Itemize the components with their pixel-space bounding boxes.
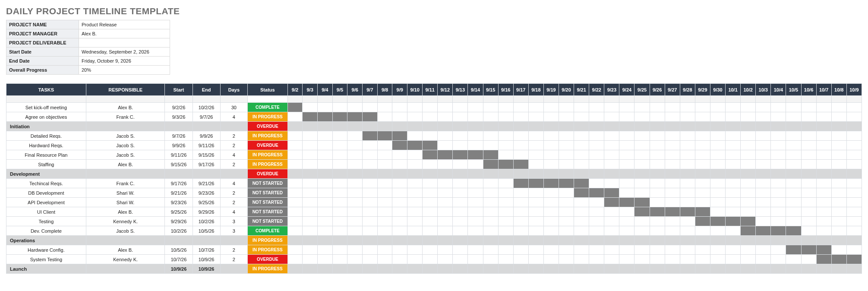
task-row: TestingKennedy K.9/29/2610/2/263NOT STAR… bbox=[6, 217, 862, 226]
day-cell bbox=[483, 103, 498, 112]
day-cell bbox=[665, 112, 680, 122]
cell-status: OVERDUE bbox=[248, 122, 287, 131]
day-cell bbox=[392, 160, 407, 169]
project-meta-table: PROJECT NAMEProduct ReleasePROJECT MANAG… bbox=[6, 20, 170, 75]
meta-row: PROJECT NAMEProduct Release bbox=[6, 20, 170, 29]
day-cell bbox=[438, 255, 453, 264]
day-cell bbox=[468, 188, 483, 198]
day-cell bbox=[786, 160, 801, 169]
gantt-bar-cell bbox=[453, 150, 468, 160]
day-cell bbox=[513, 264, 528, 274]
day-cell bbox=[801, 236, 816, 245]
day-cell bbox=[347, 255, 363, 264]
day-cell bbox=[347, 103, 363, 112]
col-header-day: 9/5 bbox=[332, 84, 347, 96]
day-cell bbox=[423, 226, 438, 236]
day-cell bbox=[363, 122, 378, 131]
day-cell bbox=[513, 141, 528, 150]
meta-value: Alex B. bbox=[79, 29, 170, 38]
day-cell bbox=[650, 226, 665, 236]
gantt-bar-cell bbox=[392, 131, 407, 141]
cell-start: 9/23/26 bbox=[165, 198, 193, 207]
day-cell bbox=[726, 198, 741, 207]
cell-status: IN PROGRESS bbox=[248, 112, 287, 122]
day-cell bbox=[392, 236, 407, 245]
day-cell bbox=[741, 169, 756, 179]
day-cell bbox=[347, 207, 363, 217]
day-cell bbox=[559, 188, 574, 198]
day-cell bbox=[317, 179, 332, 188]
day-cell bbox=[347, 264, 363, 274]
day-cell bbox=[453, 226, 468, 236]
cell-days bbox=[220, 169, 247, 179]
day-cell bbox=[317, 188, 332, 198]
day-cell bbox=[559, 131, 574, 141]
day-cell bbox=[392, 207, 407, 217]
day-cell bbox=[543, 236, 559, 245]
day-cell bbox=[816, 226, 831, 236]
day-cell bbox=[680, 255, 695, 264]
day-cell bbox=[574, 160, 589, 169]
cell-resp: Jacob S. bbox=[86, 141, 165, 150]
day-cell bbox=[574, 255, 589, 264]
day-cell bbox=[816, 188, 831, 198]
day-cell bbox=[377, 112, 392, 122]
day-cell bbox=[741, 160, 756, 169]
day-cell bbox=[483, 226, 498, 236]
cell-status: NOT STARTED bbox=[248, 198, 287, 207]
day-cell bbox=[801, 179, 816, 188]
day-cell bbox=[559, 103, 574, 112]
day-cell bbox=[604, 96, 619, 103]
col-header-day: 9/6 bbox=[347, 84, 363, 96]
day-cell bbox=[695, 131, 710, 141]
day-cell bbox=[726, 141, 741, 150]
day-cell bbox=[726, 236, 741, 245]
day-cell bbox=[528, 198, 543, 207]
day-cell bbox=[377, 96, 392, 103]
cell-days: 3 bbox=[220, 226, 247, 236]
day-cell bbox=[771, 169, 786, 179]
day-cell bbox=[574, 207, 589, 217]
day-cell bbox=[756, 217, 771, 226]
day-cell bbox=[741, 103, 756, 112]
day-cell bbox=[498, 131, 513, 141]
day-cell bbox=[771, 245, 786, 255]
cell-days: 4 bbox=[220, 207, 247, 217]
day-cell bbox=[559, 245, 574, 255]
day-cell bbox=[543, 255, 559, 264]
day-cell bbox=[303, 179, 318, 188]
day-cell bbox=[528, 160, 543, 169]
day-cell bbox=[347, 131, 363, 141]
cell-task: Staffing bbox=[6, 160, 86, 169]
day-cell bbox=[741, 245, 756, 255]
day-cell bbox=[786, 112, 801, 122]
day-cell bbox=[589, 179, 604, 188]
day-cell bbox=[317, 160, 332, 169]
gantt-bar-cell bbox=[786, 226, 801, 236]
day-cell bbox=[528, 236, 543, 245]
day-cell bbox=[801, 255, 816, 264]
day-cell bbox=[453, 264, 468, 274]
gantt-bar-cell bbox=[363, 112, 378, 122]
day-cell bbox=[453, 217, 468, 226]
day-cell bbox=[756, 255, 771, 264]
day-cell bbox=[680, 112, 695, 122]
day-cell bbox=[695, 160, 710, 169]
day-cell bbox=[423, 188, 438, 198]
day-cell bbox=[589, 207, 604, 217]
day-cell bbox=[846, 150, 862, 160]
cell-start: 9/2/26 bbox=[165, 103, 193, 112]
cell-resp: Jacob S. bbox=[86, 150, 165, 160]
day-cell bbox=[332, 255, 347, 264]
day-cell bbox=[468, 217, 483, 226]
cell-end bbox=[193, 236, 220, 245]
day-cell bbox=[619, 141, 634, 150]
day-cell bbox=[710, 179, 725, 188]
day-cell bbox=[604, 150, 619, 160]
day-cell bbox=[786, 217, 801, 226]
day-cell bbox=[726, 264, 741, 274]
cell-days bbox=[220, 122, 247, 131]
day-cell bbox=[846, 217, 862, 226]
day-cell bbox=[801, 112, 816, 122]
day-cell bbox=[543, 141, 559, 150]
